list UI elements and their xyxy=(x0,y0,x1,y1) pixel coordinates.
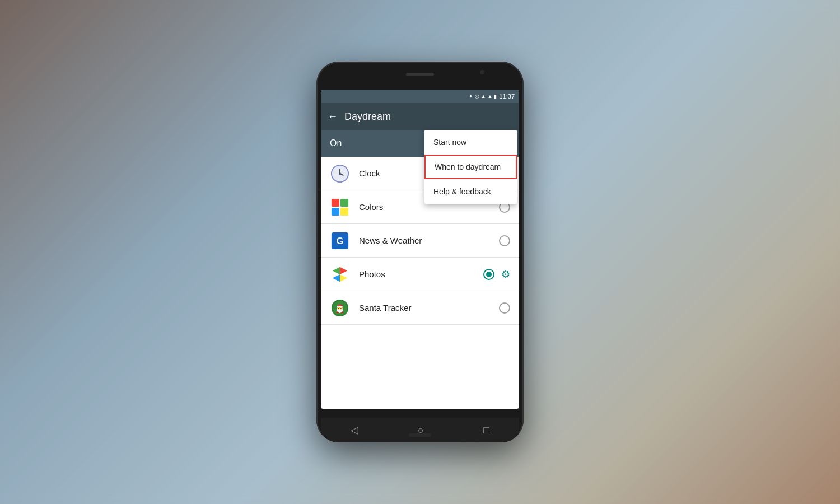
back-icon[interactable]: ← xyxy=(328,111,338,123)
svg-rect-7 xyxy=(332,207,339,215)
phone-screen: ✦ ◎ ▲ ▲ ▮ 11:37 ← Daydream On xyxy=(321,90,519,409)
news-weather-radio[interactable] xyxy=(499,235,510,246)
clock-icon xyxy=(330,164,350,184)
santa-tracker-icon: 🎅 xyxy=(330,298,350,318)
news-weather-label: News & Weather xyxy=(359,236,499,245)
phone-scene: ✦ ◎ ▲ ▲ ▮ 11:37 ← Daydream On xyxy=(0,0,840,504)
photos-radio[interactable] xyxy=(483,269,494,280)
status-bar: ✦ ◎ ▲ ▲ ▮ 11:37 xyxy=(321,90,519,103)
app-bar: ← Daydream xyxy=(321,103,519,130)
battery-saver-icon: ◎ xyxy=(475,94,479,99)
phone-camera xyxy=(480,70,484,74)
signal-icon: ▲ xyxy=(488,94,493,99)
bottom-nav: ◁ ○ □ xyxy=(321,418,519,442)
news-weather-icon: G xyxy=(330,231,350,251)
photos-icon xyxy=(330,264,350,284)
menu-item-when-to-daydream[interactable]: When to daydream xyxy=(424,155,517,179)
santa-tracker-label: Santa Tracker xyxy=(359,303,499,312)
santa-tracker-radio[interactable] xyxy=(499,302,510,314)
status-icons: ✦ ◎ ▲ ▲ ▮ xyxy=(469,94,497,99)
battery-icon: ▮ xyxy=(494,94,497,99)
list-item-news-weather[interactable]: G News & Weather xyxy=(321,224,519,258)
menu-item-help-feedback[interactable]: Help & feedback xyxy=(424,179,517,204)
photos-label: Photos xyxy=(359,269,476,279)
svg-rect-6 xyxy=(340,198,348,206)
wifi-icon: ▲ xyxy=(481,94,486,99)
svg-rect-8 xyxy=(340,207,348,215)
colors-icon xyxy=(330,197,350,217)
bluetooth-icon: ✦ xyxy=(469,94,473,99)
status-time: 11:37 xyxy=(499,93,515,100)
list-item-santa[interactable]: 🎅 Santa Tracker xyxy=(321,291,519,325)
svg-point-4 xyxy=(339,172,341,175)
phone-device: ✦ ◎ ▲ ▲ ▮ 11:37 ← Daydream On xyxy=(316,62,524,442)
app-bar-title: Daydream xyxy=(344,111,512,123)
menu-item-start-now[interactable]: Start now xyxy=(424,130,517,155)
nav-recents-button[interactable]: □ xyxy=(483,424,489,436)
svg-text:🎅: 🎅 xyxy=(335,303,345,313)
phone-speaker xyxy=(406,73,434,76)
phone-home-area xyxy=(409,433,431,437)
svg-rect-5 xyxy=(332,198,339,206)
nav-back-button[interactable]: ◁ xyxy=(351,424,358,436)
overflow-menu: Start now When to daydream Help & feedba… xyxy=(424,130,517,204)
list-item-photos[interactable]: Photos ⚙ xyxy=(321,258,519,291)
svg-text:G: G xyxy=(336,235,343,246)
on-label: On xyxy=(330,138,342,148)
photos-settings-icon[interactable]: ⚙ xyxy=(501,268,510,281)
